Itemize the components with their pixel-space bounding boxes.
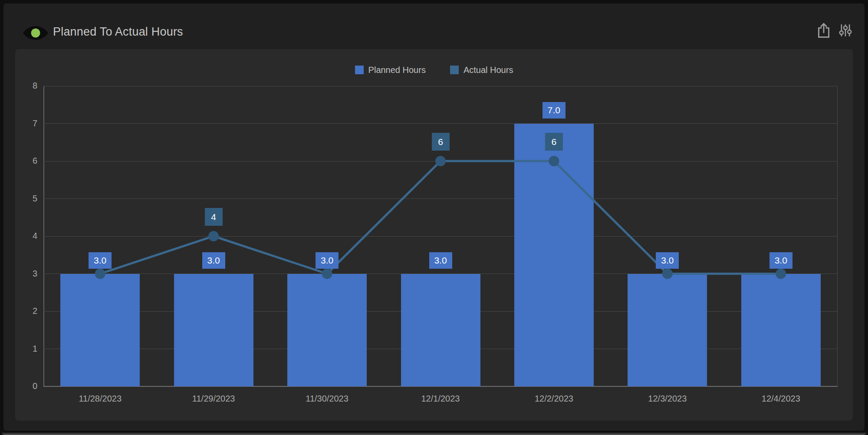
share-icon[interactable] [816, 22, 831, 39]
bar-value-label: 3.0 [656, 252, 679, 269]
bar-value-label: 3.0 [769, 252, 792, 269]
y-tick-label: 1 [18, 344, 37, 354]
window-bottom-edge [2, 432, 866, 435]
line-point-marker[interactable] [662, 269, 673, 279]
line-point-marker[interactable] [208, 231, 219, 241]
y-tick-label: 4 [18, 231, 37, 241]
x-tick-label: 12/1/2023 [393, 394, 488, 404]
y-tick-label: 7 [18, 119, 37, 129]
y-tick-label: 6 [18, 156, 37, 166]
line-point-marker[interactable] [322, 269, 332, 279]
legend-swatch-actual [450, 66, 459, 74]
widget-window: Planned To Actual Hours [3, 3, 865, 431]
line-point-marker[interactable] [95, 269, 105, 279]
line-series-actual-hours [43, 86, 838, 386]
x-tick-label: 11/29/2023 [166, 394, 261, 404]
legend-item-planned-hours[interactable]: Planned Hours [355, 65, 426, 75]
visibility-eye-icon[interactable] [22, 22, 49, 44]
line-point-marker[interactable] [776, 269, 786, 279]
legend-label-actual: Actual Hours [464, 65, 513, 75]
chart-legend: Planned Hours Actual Hours [15, 65, 853, 75]
bar-value-label: 3.0 [429, 252, 452, 269]
page-title: Planned To Actual Hours [53, 25, 183, 39]
settings-sliders-icon[interactable] [838, 23, 853, 40]
x-tick-label: 11/30/2023 [279, 394, 375, 404]
y-tick-label: 3 [18, 269, 37, 279]
legend-swatch-planned [355, 66, 364, 74]
y-tick-label: 5 [18, 194, 37, 204]
app-frame: Planned To Actual Hours [0, 0, 868, 435]
chart-card: Planned Hours Actual Hours 3.03.03.03.07… [15, 49, 853, 421]
widget-header: Planned To Actual Hours [3, 3, 865, 49]
x-tick-label: 12/2/2023 [506, 394, 602, 404]
line-value-label: 6 [432, 133, 450, 151]
legend-label-planned: Planned Hours [368, 65, 426, 75]
line-value-label: 4 [205, 208, 223, 226]
x-tick-label: 11/28/2023 [53, 394, 148, 404]
line-point-marker[interactable] [435, 156, 446, 166]
y-tick-label: 2 [18, 306, 37, 316]
legend-item-actual-hours[interactable]: Actual Hours [450, 65, 513, 75]
bar-value-label: 3.0 [316, 252, 339, 269]
x-tick-label: 12/4/2023 [733, 394, 829, 404]
bar-value-label: 3.0 [202, 252, 225, 269]
line-point-marker[interactable] [549, 156, 559, 166]
bar-value-label: 3.0 [89, 252, 112, 269]
x-tick-label: 12/3/2023 [620, 394, 715, 404]
line-value-label: 6 [545, 133, 563, 151]
plot-area: 3.03.03.03.07.03.03.0466 [43, 86, 838, 386]
bar-value-label: 7.0 [542, 102, 566, 119]
y-tick-label: 8 [18, 81, 37, 91]
y-tick-label: 0 [18, 381, 37, 391]
